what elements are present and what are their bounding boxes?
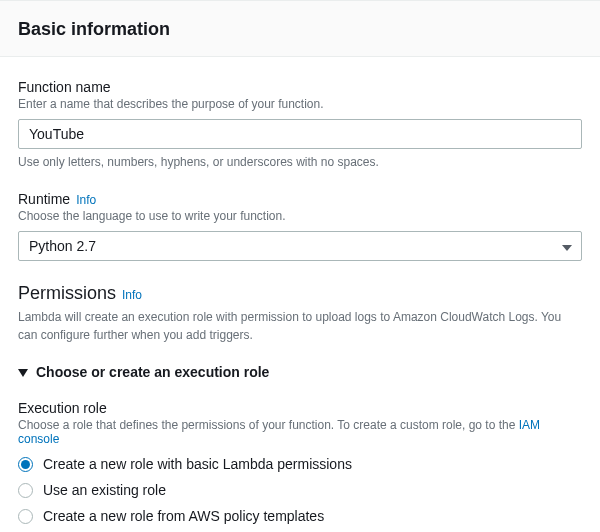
runtime-field: Runtime Info Choose the language to use …	[18, 191, 582, 261]
permissions-title: Permissions	[18, 283, 116, 304]
runtime-select[interactable]: Python 2.7	[18, 231, 582, 261]
panel-body: Function name Enter a name that describe…	[0, 57, 600, 532]
runtime-desc: Choose the language to use to write your…	[18, 209, 582, 223]
function-name-field: Function name Enter a name that describe…	[18, 79, 582, 169]
permissions-desc: Lambda will create an execution role wit…	[18, 308, 582, 344]
page-title: Basic information	[18, 19, 582, 40]
execution-role-label: Execution role	[18, 400, 582, 416]
function-name-help: Use only letters, numbers, hyphens, or u…	[18, 155, 582, 169]
radio-icon	[18, 509, 33, 524]
function-name-input[interactable]	[18, 119, 582, 149]
runtime-info-link[interactable]: Info	[76, 193, 96, 207]
function-name-desc: Enter a name that describes the purpose …	[18, 97, 582, 111]
runtime-label: Runtime	[18, 191, 70, 207]
function-name-label: Function name	[18, 79, 582, 95]
triangle-down-icon	[18, 364, 28, 380]
radio-icon	[18, 483, 33, 498]
radio-icon	[18, 457, 33, 472]
execution-role-desc: Choose a role that defines the permissio…	[18, 418, 582, 446]
permissions-section: Permissions Info Lambda will create an e…	[18, 283, 582, 524]
permissions-info-link[interactable]: Info	[122, 288, 142, 302]
radio-option-existing-role[interactable]: Use an existing role	[18, 482, 582, 498]
panel-header: Basic information	[0, 0, 600, 57]
radio-label: Create a new role with basic Lambda perm…	[43, 456, 352, 472]
execution-role-desc-text: Choose a role that defines the permissio…	[18, 418, 519, 432]
execution-role-expander[interactable]: Choose or create an execution role	[18, 364, 582, 380]
execution-role-expand-label: Choose or create an execution role	[36, 364, 269, 380]
radio-option-policy-template[interactable]: Create a new role from AWS policy templa…	[18, 508, 582, 524]
radio-label: Use an existing role	[43, 482, 166, 498]
radio-label: Create a new role from AWS policy templa…	[43, 508, 324, 524]
execution-role-radio-group: Create a new role with basic Lambda perm…	[18, 456, 582, 524]
radio-option-new-role[interactable]: Create a new role with basic Lambda perm…	[18, 456, 582, 472]
